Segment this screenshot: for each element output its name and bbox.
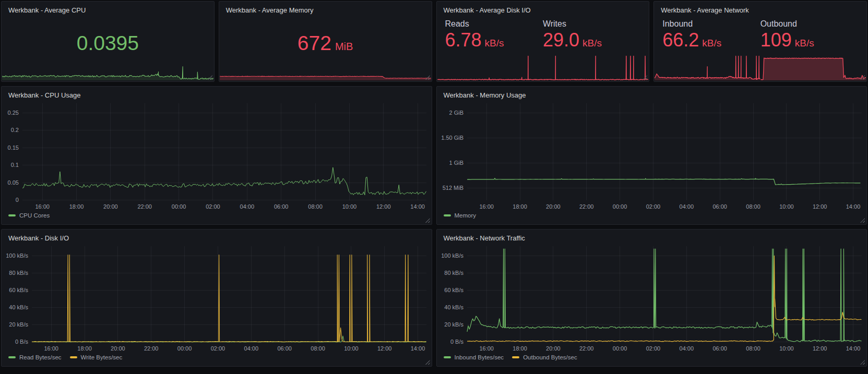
- svg-text:18:00: 18:00: [513, 345, 527, 352]
- legend: Inbound Bytes/sec Outbound Bytes/sec: [437, 353, 867, 366]
- svg-text:2 GiB: 2 GiB: [449, 110, 463, 116]
- network-traffic-chart[interactable]: 0 B/s20 kB/s40 kB/s60 kB/s80 kB/s100 kB/…: [437, 243, 867, 353]
- svg-text:40 kB/s: 40 kB/s: [9, 304, 28, 310]
- stat-value-average-memory: 672: [298, 33, 331, 53]
- svg-text:18:00: 18:00: [69, 203, 84, 210]
- svg-text:22:00: 22:00: [579, 203, 593, 210]
- panel-title-average-disk-io[interactable]: Werkbank - Average Disk I/O: [437, 2, 649, 15]
- svg-text:0 B/s: 0 B/s: [15, 339, 29, 345]
- svg-text:08:00: 08:00: [746, 345, 760, 352]
- cpu-sparkline: [2, 65, 213, 81]
- svg-text:512 MiB: 512 MiB: [442, 185, 463, 191]
- svg-text:00:00: 00:00: [612, 345, 627, 352]
- series-color-swatch: [8, 214, 16, 216]
- svg-text:16:00: 16:00: [35, 203, 49, 210]
- svg-text:02:00: 02:00: [211, 345, 225, 352]
- svg-text:18:00: 18:00: [77, 345, 92, 352]
- svg-text:20:00: 20:00: [546, 203, 561, 210]
- svg-text:20:00: 20:00: [546, 345, 561, 352]
- panel-memory-usage: Werkbank - Memory Usage 512 MiB1 GiB1.50…: [436, 86, 867, 225]
- svg-text:100 kB/s: 100 kB/s: [441, 252, 463, 259]
- legend-item-memory[interactable]: Memory: [444, 212, 477, 219]
- svg-text:0.25: 0.25: [8, 110, 19, 116]
- svg-text:20 kB/s: 20 kB/s: [444, 321, 463, 328]
- svg-text:0 B/s: 0 B/s: [450, 339, 463, 345]
- stat-value-reads: 6.78: [445, 30, 482, 50]
- svg-text:18:00: 18:00: [513, 203, 527, 210]
- stat-label-writes: Writes: [543, 19, 640, 29]
- svg-text:06:00: 06:00: [712, 345, 727, 352]
- svg-text:08:00: 08:00: [746, 203, 760, 210]
- stat-unit: MiB: [335, 41, 353, 53]
- svg-text:0.1: 0.1: [11, 162, 19, 168]
- panel-average-memory: Werkbank - Average Memory 672 MiB: [219, 1, 432, 82]
- svg-text:00:00: 00:00: [172, 203, 186, 210]
- panel-average-network: Werkbank - Average Network Inbound 66.2 …: [653, 1, 867, 82]
- svg-text:04:00: 04:00: [679, 345, 694, 352]
- stat-label-inbound: Inbound: [662, 19, 760, 29]
- panel-title-average-network[interactable]: Werkbank - Average Network: [654, 2, 866, 15]
- svg-text:80 kB/s: 80 kB/s: [444, 270, 463, 276]
- svg-text:16:00: 16:00: [479, 345, 494, 352]
- svg-text:12:00: 12:00: [812, 203, 827, 210]
- grafana-dashboard: Werkbank - Average CPU 0.0395 Werkbank -…: [0, 0, 868, 374]
- disk-io-chart[interactable]: 0 B/s20 kB/s40 kB/s60 kB/s80 kB/s100 kB/…: [2, 243, 432, 353]
- panel-title-memory-usage[interactable]: Werkbank - Memory Usage: [437, 87, 867, 100]
- svg-text:14:00: 14:00: [846, 345, 860, 352]
- cpu-usage-chart[interactable]: 00.050.10.150.20.2516:0018:0020:0022:000…: [2, 100, 432, 211]
- svg-text:12:00: 12:00: [376, 203, 391, 210]
- stat-value-inbound: 66.2: [662, 30, 699, 50]
- legend: CPU Cores: [2, 211, 432, 224]
- svg-text:0: 0: [16, 197, 19, 203]
- inbound-sparkline: [655, 54, 760, 81]
- svg-text:10:00: 10:00: [779, 345, 794, 352]
- panel-title-disk-io[interactable]: Werkbank - Disk I/O: [2, 230, 432, 243]
- legend-label: Inbound Bytes/sec: [455, 354, 504, 360]
- legend-item-write-bytes[interactable]: Write Bytes/sec: [70, 354, 123, 360]
- legend-item-inbound-bytes[interactable]: Inbound Bytes/sec: [444, 354, 504, 360]
- svg-text:20:00: 20:00: [111, 345, 125, 352]
- legend-item-read-bytes[interactable]: Read Bytes/sec: [8, 354, 62, 360]
- svg-text:0.2: 0.2: [11, 127, 19, 133]
- memory-sparkline: [220, 73, 431, 81]
- svg-text:04:00: 04:00: [244, 345, 259, 352]
- svg-text:1.50 GiB: 1.50 GiB: [441, 135, 463, 141]
- svg-text:22:00: 22:00: [579, 345, 593, 352]
- reads-sparkline: [437, 54, 543, 81]
- svg-text:14:00: 14:00: [411, 345, 425, 352]
- svg-text:02:00: 02:00: [646, 345, 660, 352]
- svg-text:14:00: 14:00: [410, 203, 425, 210]
- panel-title-network-traffic[interactable]: Werkbank - Network Traffic: [437, 230, 867, 243]
- svg-text:16:00: 16:00: [479, 203, 494, 210]
- panel-cpu-usage: Werkbank - CPU Usage 00.050.10.150.20.25…: [1, 86, 432, 225]
- svg-text:08:00: 08:00: [311, 345, 325, 352]
- svg-text:22:00: 22:00: [144, 345, 159, 352]
- svg-text:14:00: 14:00: [846, 203, 860, 210]
- stat-label-outbound: Outbound: [760, 19, 858, 29]
- svg-text:10:00: 10:00: [779, 203, 794, 210]
- svg-text:12:00: 12:00: [812, 345, 827, 352]
- series-color-swatch: [8, 356, 16, 358]
- legend-label: Read Bytes/sec: [19, 354, 62, 360]
- legend-label: CPU Cores: [19, 212, 50, 219]
- panel-title-cpu-usage[interactable]: Werkbank - CPU Usage: [2, 87, 432, 100]
- panel-network-traffic: Werkbank - Network Traffic 0 B/s20 kB/s4…: [436, 229, 867, 367]
- svg-text:20:00: 20:00: [103, 203, 118, 210]
- outbound-sparkline: [760, 54, 866, 81]
- svg-text:04:00: 04:00: [240, 203, 255, 210]
- stat-value-outbound: 109: [760, 30, 792, 50]
- memory-usage-chart[interactable]: 512 MiB1 GiB1.50 GiB2 GiB16:0018:0020:00…: [437, 100, 867, 211]
- svg-text:06:00: 06:00: [712, 203, 727, 210]
- legend: Memory: [437, 211, 867, 224]
- svg-text:60 kB/s: 60 kB/s: [9, 287, 28, 293]
- panel-title-average-memory[interactable]: Werkbank - Average Memory: [219, 2, 432, 15]
- stat-unit: kB/s: [795, 38, 814, 49]
- panel-title-average-cpu[interactable]: Werkbank - Average CPU: [2, 2, 214, 15]
- legend: Read Bytes/sec Write Bytes/sec: [2, 353, 432, 366]
- svg-text:06:00: 06:00: [274, 203, 289, 210]
- svg-text:06:00: 06:00: [277, 345, 292, 352]
- svg-text:100 kB/s: 100 kB/s: [6, 252, 28, 259]
- svg-text:02:00: 02:00: [206, 203, 220, 210]
- legend-item-outbound-bytes[interactable]: Outbound Bytes/sec: [512, 354, 577, 360]
- legend-item-cpu-cores[interactable]: CPU Cores: [8, 212, 50, 219]
